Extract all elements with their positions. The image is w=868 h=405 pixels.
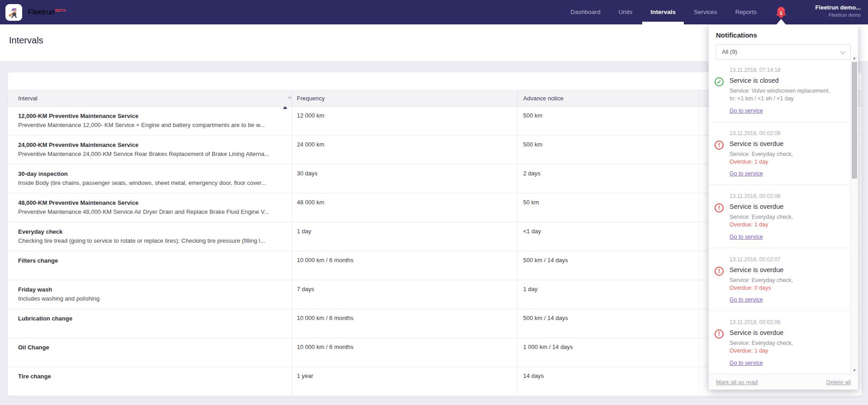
notification-item: 13.11.2018, 07:14:18 Service is closed S… (709, 59, 850, 122)
interval-description: Preventive Maintenance 48,000-KM Service… (18, 208, 287, 216)
notification-service-line: Service: Everyday check, (730, 277, 835, 284)
notification-status-line: Overdue: 1 day (730, 158, 835, 166)
advance-notice-cell: 2 days (518, 165, 699, 193)
interval-cell: Everyday check Checking tire tread (goin… (8, 222, 292, 251)
nav-item-services[interactable]: Services (686, 0, 725, 24)
go-to-service-link[interactable]: Go to service (730, 234, 763, 240)
notification-item: 13.11.2018, 00:02:06 Service is overdue … (709, 311, 850, 374)
frequency-cell: 1 day (292, 222, 518, 251)
notification-title: Service is closed (730, 77, 841, 84)
notification-title: Service is overdue (730, 266, 841, 273)
go-to-service-link[interactable]: Go to service (730, 108, 763, 114)
scroll-down-arrow-icon[interactable]: ▼ (851, 368, 858, 372)
notification-title: Service is overdue (730, 140, 841, 147)
interval-description: Preventive Maintenance 12,000- KM Servic… (18, 122, 287, 129)
interval-name: 30-day inspection (18, 170, 287, 178)
notification-date: 13.11.2018, 00:02:08 (730, 193, 841, 199)
column-header-advance-notice: Advance notice (518, 90, 699, 106)
notification-count-badge: 5 (777, 10, 785, 17)
nav-item-units[interactable]: Units (610, 0, 641, 24)
go-to-service-link[interactable]: Go to service (730, 170, 763, 177)
notification-date: 13.11.2018, 00:02:09 (730, 130, 841, 137)
column-header-interval[interactable]: Interval (8, 90, 292, 106)
frequency-cell: 24 000 km (292, 136, 518, 164)
advance-notice-cell: 500 km / 14 days (518, 251, 699, 280)
advance-notice-cell: 50 km (518, 193, 699, 222)
notifications-panel: Notifications All (9) 13.11.2018, 07:14:… (709, 25, 858, 390)
notification-status-icon (715, 267, 724, 276)
interval-name: 48,000-KM Preventive Maintenance Service (18, 199, 287, 207)
interval-description: Includes washing and polishing (18, 295, 287, 302)
advance-notice-cell: 1 day (518, 280, 699, 309)
interval-cell: 30-day inspection Inside Body (tire chai… (8, 165, 292, 193)
frequency-cell: 10 000 km / 6 months (292, 309, 518, 338)
notifications-bell-icon[interactable]: 5 (775, 6, 787, 19)
frequency-cell: 1 year (292, 367, 518, 396)
interval-name: Tire change (18, 372, 287, 380)
notifications-footer: Mark all as read Delete all (709, 374, 858, 390)
interval-name: Friday wash (18, 286, 287, 293)
interval-description: Preventive Maintenance 24,000-KM Service… (18, 151, 287, 158)
notification-status-line: Overdue: 0 days (730, 284, 835, 292)
frequency-cell: 10 000 km / 6 months (292, 251, 518, 280)
interval-description: Checking tire tread (going to service to… (18, 237, 287, 245)
interval-cell: Friday wash Includes washing and polishi… (8, 280, 292, 309)
go-to-service-link[interactable]: Go to service (730, 360, 763, 366)
top-navbar: FleetrunBETA Dashboard Units Intervals S… (0, 0, 868, 24)
page-title: Intervals (9, 35, 43, 46)
filter-selected-value: All (9) (722, 48, 737, 55)
interval-name: 24,000-KM Preventive Maintenance Service (18, 141, 287, 149)
user-menu[interactable]: Fleetrun demo... Fleetrun demo (816, 4, 861, 18)
scrollbar[interactable]: ▲ ▼ (850, 55, 858, 374)
frequency-cell: 48 000 km (292, 193, 518, 222)
interval-name: Lubrication change (18, 315, 287, 322)
advance-notice-cell: 1 000 km / 14 days (518, 338, 699, 367)
panel-pointer (776, 19, 786, 25)
notification-status-icon (715, 141, 724, 150)
advance-notice-cell: 14 days (518, 367, 699, 396)
notification-date: 13.11.2018, 00:02:06 (730, 319, 841, 325)
notification-service-line: Service: Everyday check, (730, 213, 835, 221)
nav-item-reports[interactable]: Reports (727, 0, 765, 24)
beta-badge: BETA (55, 8, 66, 13)
column-header-frequency: Frequency (292, 90, 518, 106)
interval-name: Filters change (18, 257, 287, 264)
notification-service-line: Service: Everyday check, (730, 339, 835, 347)
frequency-cell: 12 000 km (292, 107, 518, 135)
interval-name: 12,000-KM Preventive Maintenance Service (18, 112, 287, 120)
main-navigation: Dashboard Units Intervals Services Repor… (563, 0, 765, 24)
delete-all-link[interactable]: Delete all (826, 379, 851, 386)
fleetrun-logo-icon (5, 4, 22, 21)
notifications-title: Notifications (709, 25, 858, 39)
mark-all-read-link[interactable]: Mark all as read (716, 379, 758, 386)
notification-item: 13.11.2018, 00:02:09 Service is overdue … (709, 122, 850, 185)
sort-icon[interactable] (283, 95, 287, 102)
interval-cell: Oil Change (8, 338, 292, 367)
chevron-down-icon (840, 49, 845, 54)
frequency-cell: 10 000 km / 6 months (292, 338, 518, 367)
notification-title: Service is overdue (730, 329, 841, 336)
nav-item-dashboard[interactable]: Dashboard (563, 0, 609, 24)
brand[interactable]: FleetrunBETA (5, 0, 66, 24)
notification-status-line: In: <1 km / <1 eh / <1 day (730, 95, 835, 103)
notification-item: 13.11.2018, 00:02:07 Service is overdue … (709, 248, 850, 311)
advance-notice-cell: 500 km (518, 136, 699, 164)
frequency-cell: 7 days (292, 280, 518, 309)
notification-status-line: Overdue: 1 day (730, 347, 835, 355)
notification-date: 13.11.2018, 00:02:07 (730, 256, 841, 263)
interval-cell: 12,000-KM Preventive Maintenance Service… (8, 107, 292, 135)
interval-name: Everyday check (18, 228, 287, 235)
notifications-filter-select[interactable]: All (9) (716, 44, 851, 60)
notification-status-line: Overdue: 1 day (730, 221, 835, 229)
notification-item: 13.11.2018, 00:02:08 Service is overdue … (709, 185, 850, 248)
frequency-cell: 30 days (292, 165, 518, 193)
advance-notice-cell: <1 day (518, 222, 699, 251)
advance-notice-cell: 500 km (518, 107, 699, 135)
scroll-up-arrow-icon[interactable]: ▲ (851, 56, 858, 60)
nav-item-intervals[interactable]: Intervals (642, 0, 684, 24)
go-to-service-link[interactable]: Go to service (730, 297, 763, 303)
scrollbar-thumb[interactable] (852, 62, 857, 179)
interval-cell: 48,000-KM Preventive Maintenance Service… (8, 193, 292, 222)
notification-service-line: Service: Everyday check, (730, 151, 835, 158)
notification-title: Service is overdue (730, 203, 841, 210)
